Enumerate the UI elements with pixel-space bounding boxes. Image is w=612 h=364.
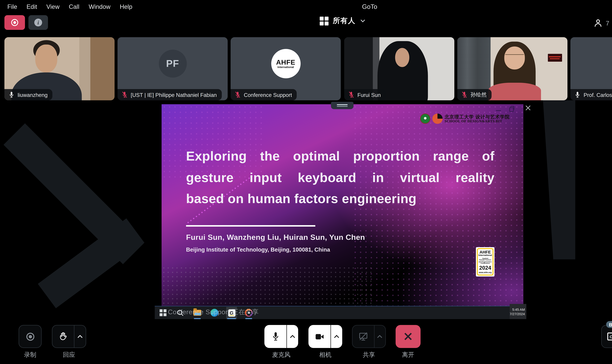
participant-nameplate: [UST | IE] Philippe Nathaniel Fabian [118, 89, 222, 100]
captions-label: 字幕 [601, 351, 612, 359]
share-screen-off-icon [358, 332, 368, 341]
participants-icon[interactable] [593, 18, 603, 28]
participant-tile[interactable]: PP Prof. Carlos Lugay, PhD [570, 37, 612, 100]
mic-muted-icon [121, 91, 128, 98]
react-options-chevron[interactable] [75, 325, 86, 348]
participant-nameplate: liuwanzheng [4, 89, 53, 100]
share-options-chevron[interactable] [374, 325, 385, 348]
participant-tile[interactable]: 孙绘然 [457, 37, 567, 100]
shared-minimize-icon[interactable] [495, 108, 501, 113]
ahfe-logo: AHFE International [271, 49, 300, 78]
camera-options-chevron[interactable] [331, 325, 342, 348]
led-sign [548, 53, 562, 62]
shared-close-icon[interactable] [525, 105, 531, 111]
mic-icon [271, 331, 280, 342]
participant-tile[interactable]: AHFE International Conference Support [231, 37, 341, 100]
school-name-en: SCHOOL OF DESIGN&ARTS.BIT [445, 119, 510, 123]
taskbar-start-icon [158, 307, 168, 319]
participant-count: 7 [606, 19, 609, 27]
grid-view-icon [319, 16, 328, 25]
chevron-up-icon [377, 334, 383, 339]
participant-nameplate: Prof. Carlos Lugay, PhD [570, 89, 612, 100]
microphone-button[interactable] [264, 325, 298, 348]
view-selector[interactable]: 所有人 [0, 16, 612, 26]
menu-edit[interactable]: Edit [27, 3, 37, 10]
shared-time: 5:45 AM [512, 308, 525, 311]
background-chevron [539, 100, 575, 260]
record-icon [25, 331, 36, 342]
record-button[interactable] [19, 325, 42, 348]
shared-date: 7/27/2024 [510, 312, 525, 315]
school-name-cn: 北京理工大学 设计与艺术学院 [445, 114, 510, 119]
chevron-down-icon [360, 19, 366, 23]
slide-divider-rule [186, 225, 315, 226]
camera-icon [315, 333, 324, 340]
menu-call[interactable]: Call [69, 3, 79, 10]
bit-emblem-icon [420, 114, 430, 124]
avatar: PP [612, 50, 612, 78]
record-label: 录制 [19, 351, 42, 359]
slide-affiliation: Beijing Institute of Technology, Beijing… [186, 247, 330, 253]
shared-restore-icon[interactable] [509, 106, 515, 113]
mic-options-chevron[interactable] [287, 325, 298, 348]
ahfe-2024-badge: AHFE International Applied Human Factors… [476, 247, 494, 276]
shared-window-drag-handle[interactable] [331, 102, 354, 109]
leave-label: 离开 [396, 351, 421, 359]
participant-tile[interactable]: PF [UST | IE] Philippe Nathaniel Fabian [118, 37, 228, 100]
menu-bar: File Edit View Call Window Help [0, 0, 612, 13]
window-title: GoTo [350, 3, 389, 10]
beta-badge: Beta [606, 321, 612, 328]
mic-muted-icon [461, 91, 467, 98]
participant-nameplate: Furui Sun [344, 89, 386, 100]
mic-label: 麦克风 [264, 351, 298, 359]
camera-label: 相机 [308, 351, 342, 359]
camera-button[interactable] [308, 325, 342, 348]
shared-screen-slide: 北京理工大学 设计与艺术学院 SCHOOL OF DESIGN&ARTS.BIT… [161, 104, 523, 306]
share-label: 共享 [352, 351, 386, 359]
menu-view[interactable]: View [46, 3, 60, 10]
mic-on-icon [574, 91, 581, 98]
share-button[interactable] [352, 325, 386, 348]
school-logo-block: 北京理工大学 设计与艺术学院 SCHOOL OF DESIGN&ARTS.BIT [420, 114, 510, 124]
participant-nameplate: Conference Support [231, 89, 297, 100]
captions-button[interactable]: CC [601, 325, 612, 348]
mic-muted-icon [348, 91, 355, 98]
chevron-up-icon [289, 334, 296, 339]
chevron-up-icon [333, 334, 340, 339]
participant-tile[interactable]: Furui Sun [344, 37, 454, 100]
leave-x-icon [403, 332, 413, 341]
participant-tile[interactable]: liuwanzheng [4, 37, 115, 100]
toolbar-right-icons: 7 ⚙ ••• [593, 17, 612, 29]
mic-muted-icon [235, 91, 241, 98]
mic-on-icon [8, 91, 15, 98]
avatar: PF [159, 50, 186, 78]
chevron-up-icon [77, 334, 83, 339]
react-label: 回应 [52, 351, 86, 359]
svg-text:CC: CC [610, 335, 612, 339]
menu-file[interactable]: File [7, 3, 17, 10]
shared-screen-timestamp: 5:45 AM 7/27/2024 [510, 304, 526, 319]
slide-authors: Furui Sun, Wanzheng Liu, Huiran Sun, Yun… [186, 233, 365, 242]
cc-icon: CC [607, 332, 612, 341]
slide-title: Exploring the optimal proportion range o… [186, 146, 494, 210]
leave-button[interactable] [396, 325, 421, 348]
design-school-logo-icon [432, 114, 443, 124]
menu-help[interactable]: Help [120, 3, 132, 10]
raise-hand-icon [58, 331, 68, 342]
participant-nameplate: 孙绘然 [457, 89, 492, 100]
react-button[interactable] [52, 325, 86, 348]
slide-dot-pattern [161, 266, 372, 306]
view-selector-label: 所有人 [333, 16, 356, 26]
meeting-toolbar: i 所有人 7 ⚙ ••• [0, 13, 612, 35]
sharing-status-text: Conference Support 正在共享 [168, 308, 259, 317]
menu-window[interactable]: Window [89, 3, 110, 10]
